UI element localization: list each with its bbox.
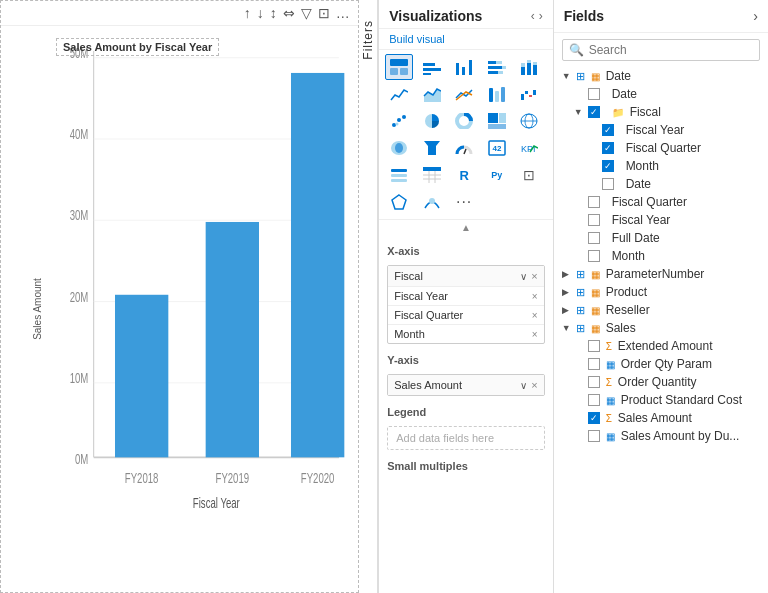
checkbox-sales-amount[interactable]: ✓ bbox=[588, 412, 600, 424]
expand-date-icon[interactable]: ▼ bbox=[562, 71, 572, 81]
expand-sales-icon[interactable]: ▼ bbox=[562, 323, 572, 333]
field-month-unchecked[interactable]: Month bbox=[554, 247, 768, 265]
viz-icon-more2[interactable]: ⊡ bbox=[515, 162, 543, 188]
field-date-fiscal-year-unchecked[interactable]: Fiscal Year bbox=[554, 211, 768, 229]
legend-drop-zone[interactable]: Add data fields here bbox=[387, 426, 544, 450]
field-tree-date-table[interactable]: ▼ ⊞ ▦ Date bbox=[554, 67, 768, 85]
viz-icon-ellipsis[interactable]: ··· bbox=[450, 189, 478, 215]
checkbox-fiscal-date[interactable] bbox=[602, 178, 614, 190]
panel-expand-right[interactable]: › bbox=[539, 9, 543, 23]
viz-icon-pie[interactable] bbox=[418, 108, 446, 134]
viz-icon-treemap[interactable] bbox=[483, 108, 511, 134]
viz-icon-waterfall[interactable] bbox=[515, 81, 543, 107]
viz-icon-bar[interactable] bbox=[418, 54, 446, 80]
x-axis-item-0-remove[interactable]: × bbox=[532, 291, 538, 302]
checkbox-order-qty[interactable] bbox=[588, 358, 600, 370]
x-axis-item-1-remove[interactable]: × bbox=[532, 310, 538, 321]
bar-fy2018[interactable] bbox=[115, 295, 168, 458]
x-axis-expand-icon[interactable]: ∨ bbox=[520, 271, 527, 282]
fields-search-box[interactable]: 🔍 bbox=[562, 39, 760, 61]
field-parameternumber[interactable]: ▶ ⊞ ▦ ParameterNumber bbox=[554, 265, 768, 283]
field-fiscal-year[interactable]: ✓ Fiscal Year bbox=[554, 121, 768, 139]
viz-icon-line[interactable] bbox=[385, 81, 413, 107]
viz-icon-custom2[interactable] bbox=[418, 189, 446, 215]
checkbox-month[interactable]: ✓ bbox=[602, 160, 614, 172]
viz-icon-custom1[interactable] bbox=[385, 189, 413, 215]
viz-icon-ribbon[interactable] bbox=[483, 81, 511, 107]
fields-panel-expand[interactable]: › bbox=[753, 8, 758, 24]
viz-icon-stacked-col[interactable] bbox=[515, 54, 543, 80]
viz-icon-stacked-bar[interactable] bbox=[483, 54, 511, 80]
viz-icon-line-clustered[interactable] bbox=[450, 81, 478, 107]
viz-icon-card[interactable]: 42 bbox=[483, 135, 511, 161]
more-icon[interactable]: … bbox=[336, 5, 350, 21]
expand-product-icon[interactable]: ▶ bbox=[562, 287, 572, 297]
checkbox-extended-amount[interactable] bbox=[588, 340, 600, 352]
panel-collapse-left[interactable]: ‹ bbox=[531, 9, 535, 23]
viz-icon-funnel[interactable] bbox=[418, 135, 446, 161]
field-fiscal-quarter[interactable]: ✓ Fiscal Quarter bbox=[554, 139, 768, 157]
viz-icon-filled-map[interactable] bbox=[385, 135, 413, 161]
expand-reseller-icon[interactable]: ▶ bbox=[562, 305, 572, 315]
checkbox-fiscal-year[interactable]: ✓ bbox=[602, 124, 614, 136]
viz-icon-table[interactable] bbox=[385, 54, 413, 80]
svg-text:FY2020: FY2020 bbox=[301, 468, 335, 486]
viz-scroll-up[interactable]: ▲ bbox=[379, 220, 552, 235]
checkbox-date-date[interactable] bbox=[588, 88, 600, 100]
bar-fy2020[interactable] bbox=[291, 73, 344, 457]
viz-icon-area[interactable] bbox=[418, 81, 446, 107]
y-axis-expand-icon[interactable]: ∨ bbox=[520, 380, 527, 391]
field-date-fiscal-quarter[interactable]: Fiscal Quarter bbox=[554, 193, 768, 211]
checkbox-date-fq[interactable] bbox=[588, 196, 600, 208]
field-product[interactable]: ▶ ⊞ ▦ Product bbox=[554, 283, 768, 301]
field-month-checked[interactable]: ✓ Month bbox=[554, 157, 768, 175]
viz-icon-column[interactable] bbox=[450, 54, 478, 80]
checkbox-sales-amount-du[interactable] bbox=[588, 430, 600, 442]
checkbox-full-date[interactable] bbox=[588, 232, 600, 244]
field-date-fiscal-folder[interactable]: ▼ ✓ 📁 Fiscal bbox=[554, 103, 768, 121]
field-fiscal-date[interactable]: Date bbox=[554, 175, 768, 193]
expand-fiscal-icon[interactable]: ▼ bbox=[574, 107, 584, 117]
svg-point-48 bbox=[402, 115, 406, 119]
y-axis-remove-icon[interactable]: × bbox=[531, 379, 537, 391]
field-sales-table[interactable]: ▼ ⊞ ▦ Sales bbox=[554, 319, 768, 337]
focus-icon[interactable]: ⊡ bbox=[318, 5, 330, 21]
viz-icon-slicer[interactable] bbox=[385, 162, 413, 188]
viz-icon-kpi[interactable]: KPI bbox=[515, 135, 543, 161]
viz-icon-scatter[interactable] bbox=[385, 108, 413, 134]
product-label: Product bbox=[606, 285, 760, 299]
x-axis-remove-icon[interactable]: × bbox=[531, 270, 537, 282]
move-down-icon[interactable]: ↓ bbox=[257, 5, 264, 21]
search-input[interactable] bbox=[589, 43, 753, 57]
field-extended-amount[interactable]: Σ Extended Amount bbox=[554, 337, 768, 355]
checkbox-fiscal-quarter[interactable]: ✓ bbox=[602, 142, 614, 154]
checkbox-date-fy[interactable] bbox=[588, 214, 600, 226]
viz-icon-donut[interactable] bbox=[450, 108, 478, 134]
field-product-standard-cost[interactable]: ▦ Product Standard Cost bbox=[554, 391, 768, 409]
move-leftright-icon[interactable]: ⇔ bbox=[283, 5, 295, 21]
filter-icon[interactable]: ▽ bbox=[301, 5, 312, 21]
build-visual-label: Build visual bbox=[379, 29, 552, 50]
field-order-quantity[interactable]: Σ Order Quantity bbox=[554, 373, 768, 391]
viz-icon-matrix[interactable]: R bbox=[450, 162, 478, 188]
field-full-date[interactable]: Full Date bbox=[554, 229, 768, 247]
field-order-qty-param[interactable]: ▦ Order Qty Param bbox=[554, 355, 768, 373]
checkbox-fiscal[interactable]: ✓ bbox=[588, 106, 600, 118]
move-up-icon[interactable]: ↑ bbox=[244, 5, 251, 21]
move-updown-icon[interactable]: ↕ bbox=[270, 5, 277, 21]
viz-icon-gauge[interactable] bbox=[450, 135, 478, 161]
field-sales-amount-du[interactable]: ▦ Sales Amount by Du... bbox=[554, 427, 768, 445]
bar-fy2019[interactable] bbox=[206, 222, 259, 457]
x-axis-item-2-remove[interactable]: × bbox=[532, 329, 538, 340]
field-sales-amount[interactable]: ✓ Σ Sales Amount bbox=[554, 409, 768, 427]
fields-panel: Fields › 🔍 ▼ ⊞ ▦ Date Date ▼ ✓ 📁 Fiscal bbox=[554, 0, 768, 593]
field-reseller[interactable]: ▶ ⊞ ▦ Reseller bbox=[554, 301, 768, 319]
viz-icon-table2[interactable] bbox=[418, 162, 446, 188]
checkbox-product-cost[interactable] bbox=[588, 394, 600, 406]
expand-param-icon[interactable]: ▶ bbox=[562, 269, 572, 279]
checkbox-order-quantity[interactable] bbox=[588, 376, 600, 388]
viz-icon-python[interactable]: Py bbox=[483, 162, 511, 188]
field-date-date[interactable]: Date bbox=[554, 85, 768, 103]
checkbox-month-unchecked[interactable] bbox=[588, 250, 600, 262]
viz-icon-map[interactable] bbox=[515, 108, 543, 134]
